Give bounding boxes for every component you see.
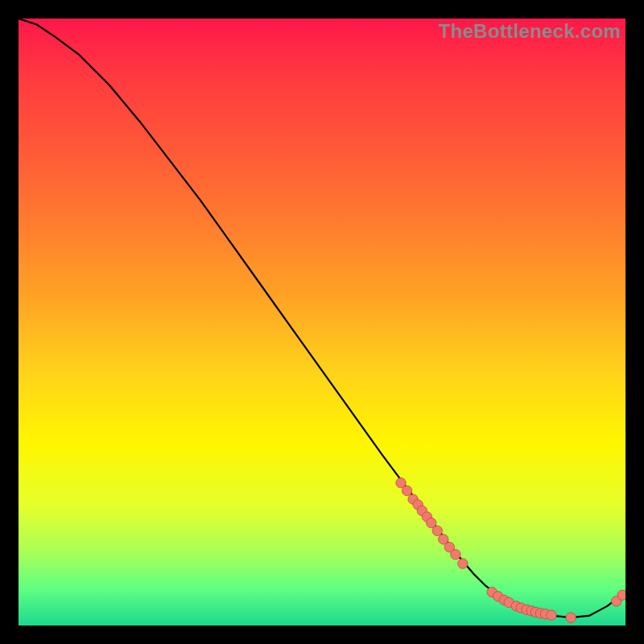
chart-stage: TheBottleneck.com bbox=[0, 0, 644, 644]
data-points bbox=[396, 478, 625, 623]
data-point bbox=[432, 526, 442, 535]
data-point bbox=[617, 590, 625, 600]
data-point bbox=[458, 559, 468, 568]
curve-line bbox=[19, 19, 625, 617]
plot-area: TheBottleneck.com bbox=[19, 19, 625, 625]
chart-overlay bbox=[19, 19, 625, 625]
data-point bbox=[547, 610, 556, 620]
data-point bbox=[402, 485, 411, 495]
data-point bbox=[451, 550, 460, 559]
data-point bbox=[566, 613, 576, 622]
